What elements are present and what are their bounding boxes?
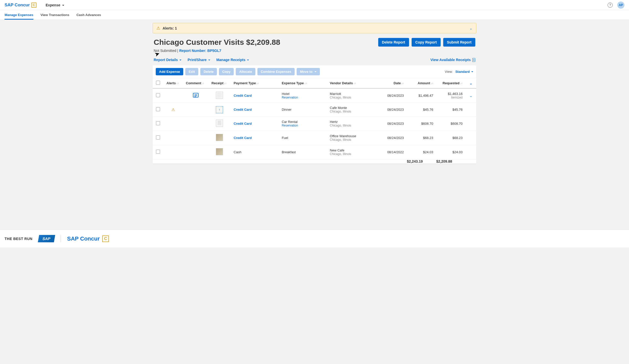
row-checkbox[interactable] — [156, 93, 160, 97]
print-share-dropdown[interactable]: Print/Share — [188, 58, 210, 62]
payment-type[interactable]: Cash — [234, 150, 241, 154]
expense-type: Fuel — [282, 136, 324, 140]
brand-badge-icon: C — [102, 235, 109, 242]
requested-amount: $608.70 — [439, 122, 463, 125]
table-row[interactable]: Credit CardCar RentalReservationHertzChi… — [153, 117, 476, 131]
select-all-checkbox[interactable] — [156, 81, 160, 85]
footer-divider — [61, 235, 61, 242]
table-row[interactable]: CashBreakfastNew CafeChicago, Illinois08… — [153, 145, 476, 159]
sap-logo: SAP — [38, 235, 55, 242]
col-receipt[interactable]: Receipt↓↑ — [208, 78, 231, 88]
expense-menu[interactable]: Expense — [46, 3, 64, 7]
add-expense-button[interactable]: Add Expense — [156, 68, 183, 75]
expense-amount: $608.70 — [407, 117, 436, 131]
footer-tagline: THE BEST RUN — [5, 237, 32, 241]
col-amount[interactable]: Amount↓↑ — [407, 78, 436, 88]
view-available-receipts-link[interactable]: View Available Receipts — [430, 58, 475, 62]
copy-report-button[interactable]: Copy Report — [412, 38, 441, 47]
vendor-location: Chicago, Illinois — [330, 138, 377, 142]
toolbar-links: Report Details Print/Share Manage Receip… — [153, 55, 476, 65]
col-comment[interactable]: Comment↓↑ — [183, 78, 208, 88]
receipt-thumbnail[interactable] — [216, 120, 223, 127]
chevron-down-icon[interactable]: ⌄ — [469, 81, 473, 85]
expense-type: Hotel — [282, 92, 324, 96]
receipt-thumbnail[interactable] — [216, 148, 223, 155]
copy-button[interactable]: Copy — [219, 68, 234, 75]
payment-type[interactable]: Credit Card — [234, 94, 252, 97]
vendor-name: Hertz — [330, 120, 377, 124]
row-checkbox[interactable] — [156, 107, 160, 111]
col-date[interactable]: Date↓↑ — [380, 78, 407, 88]
vendor-location: Chicago, Illinois — [330, 110, 377, 113]
chevron-down-icon[interactable]: ⌄ — [469, 26, 473, 30]
payment-type[interactable]: Credit Card — [234, 122, 252, 125]
expense-subtype[interactable]: Reservation — [282, 124, 324, 127]
receipt-thumbnail[interactable] — [216, 92, 223, 99]
help-icon[interactable]: ? — [608, 3, 613, 8]
table-row[interactable]: ⚠↑Credit CardDinnerCafe MonteChicago, Il… — [153, 103, 476, 117]
report-subline: Not Submitted | Report Number: BP5GL7 — [154, 49, 374, 53]
edit-button[interactable]: Edit — [185, 68, 198, 75]
avatar[interactable]: AP — [617, 2, 624, 9]
vendor-location: Chicago, Illinois — [330, 152, 377, 156]
requested-amount: $24.03 — [439, 150, 463, 154]
col-vendor-details[interactable]: Vendor Details↓↑ — [327, 78, 380, 88]
view-selector[interactable]: Standard — [455, 70, 473, 74]
expense-amount: $1,496.47 — [407, 88, 436, 103]
expense-panel: Add Expense Edit Delete Copy Allocate Co… — [153, 65, 476, 163]
total-amount: $2,243.19 — [407, 159, 436, 164]
combine-expenses-button[interactable]: Combine Expenses — [257, 68, 295, 75]
row-checkbox[interactable] — [156, 150, 160, 154]
col-requested[interactable]: Requested↓↑ — [436, 78, 466, 88]
expense-date: 08/14/2022 — [380, 145, 407, 159]
table-row[interactable]: Credit CardFuelOffice WarehouseChicago, … — [153, 131, 476, 145]
col-payment-type[interactable]: Payment Type↓↑ — [231, 78, 279, 88]
row-actions-bar: Add Expense Edit Delete Copy Allocate Co… — [153, 65, 476, 78]
expense-type: Car Rental — [282, 120, 324, 124]
expense-date: 08/24/2023 — [380, 117, 407, 131]
col-expense-type[interactable]: Expense Type↓↑ — [279, 78, 327, 88]
footer-brand: SAP Concur C — [67, 235, 109, 242]
tabs-bar: Manage Expenses View Transactions Cash A… — [0, 10, 629, 20]
table-row[interactable]: Credit CardHotelReservationMarriottChica… — [153, 88, 476, 103]
chevron-down-icon[interactable]: ⌄ — [469, 94, 473, 98]
footer: THE BEST RUN SAP SAP Concur C — [0, 230, 629, 247]
tab-view-transactions[interactable]: View Transactions — [41, 10, 69, 20]
manage-receipts-dropdown[interactable]: Manage Receipts — [216, 58, 249, 62]
payment-type[interactable]: Credit Card — [234, 108, 252, 111]
caret-down-icon — [314, 70, 317, 74]
requested-amount: $45.76 — [439, 108, 463, 111]
vendor-name: New Cafe — [330, 148, 377, 152]
total-requested: $2,209.88 — [436, 159, 466, 164]
expense-date: 08/24/2023 — [380, 131, 407, 145]
tab-manage-expenses[interactable]: Manage Expenses — [5, 10, 33, 20]
submit-report-button[interactable]: Submit Report — [443, 38, 475, 47]
report-number[interactable]: Report Number: BP5GL7 — [179, 49, 221, 53]
vendor-name: Marriott — [330, 92, 377, 96]
row-checkbox[interactable] — [156, 135, 160, 139]
row-checkbox[interactable] — [156, 121, 160, 125]
vendor-name: Cafe Monte — [330, 106, 377, 110]
caret-down-icon — [471, 70, 473, 74]
page-title: Chicago Customer Visits $2,209.88 — [154, 38, 374, 47]
payment-type[interactable]: Credit Card — [234, 136, 252, 140]
receipt-thumbnail[interactable] — [216, 134, 223, 141]
warning-triangle-icon: ⚠ — [156, 26, 160, 31]
brand-logo[interactable]: SAP Concur C — [5, 3, 36, 8]
delete-button[interactable]: Delete — [200, 68, 217, 75]
expense-date: 08/24/2023 — [380, 88, 407, 103]
report-details-dropdown[interactable]: Report Details — [154, 58, 181, 62]
tab-cash-advances[interactable]: Cash Advances — [76, 10, 101, 20]
requested-amount: $1,463.16 — [439, 92, 463, 96]
comment-icon[interactable] — [193, 93, 199, 97]
delete-report-button[interactable]: Delete Report — [378, 38, 409, 47]
move-to-dropdown[interactable]: Move to — [297, 68, 320, 75]
vendor-name: Office Warehouse — [330, 134, 377, 138]
col-alerts[interactable]: Alerts↓↑ — [163, 78, 183, 88]
expense-type: Dinner — [282, 108, 324, 111]
report-status: Not Submitted — [154, 49, 176, 53]
alerts-banner[interactable]: ⚠ Alerts: 1 ⌄ — [153, 23, 476, 33]
allocate-button[interactable]: Allocate — [236, 68, 255, 75]
expense-subtype[interactable]: Reservation — [282, 96, 324, 99]
receipt-thumbnail[interactable]: ↑ — [216, 106, 223, 113]
